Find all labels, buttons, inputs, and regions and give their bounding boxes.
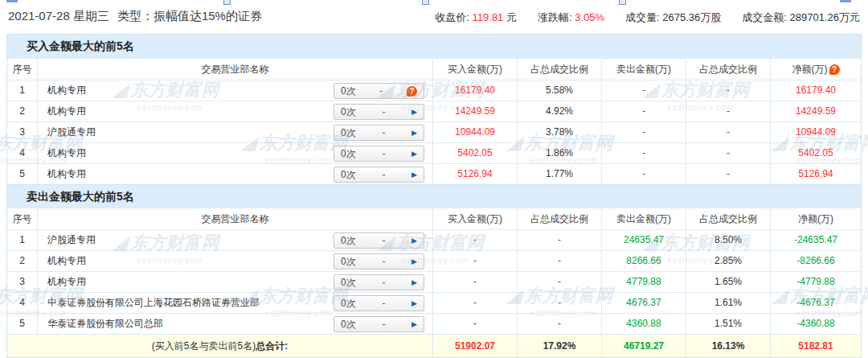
expand-icon[interactable]: ▶: [411, 296, 417, 311]
row-index: 3: [7, 122, 37, 142]
volume-value: 2675.36万股: [662, 11, 721, 23]
sell-pct: -: [686, 80, 770, 101]
col-buy: 买入金额(万): [432, 208, 517, 229]
lhb-table: 买入金额最大的前5名 序号 交易营业部名称 买入金额(万) 占总成交比例 卖出金…: [6, 34, 862, 358]
branch-name[interactable]: 沪股通专用: [47, 234, 96, 245]
branch-name[interactable]: 机构专用: [47, 84, 86, 96]
sell-amount: -: [601, 101, 686, 121]
branch-name[interactable]: 沪股通专用: [47, 126, 96, 138]
buy-amount: -: [432, 272, 517, 292]
expand-icon[interactable]: ▶: [411, 233, 417, 248]
expand-icon[interactable]: ▶: [411, 146, 417, 161]
col-sell: 卖出金额(万): [601, 59, 686, 80]
col-net: 净额(万): [770, 208, 861, 229]
close-price-value: 119.81: [473, 11, 504, 23]
sell-amount: 4779.88: [601, 272, 686, 292]
net-amount: -4676.37: [770, 293, 861, 313]
table-row: 4 中泰证券股份有限公司上海花园石桥路证券营业部 0次-▶ - - 4676.3…: [7, 292, 861, 313]
col-net: 净额(万)?: [770, 59, 861, 80]
col-buy-pct: 占总成交比例: [517, 208, 601, 229]
table-row: 2 机构专用 0次-▶ - - 8266.66 2.85% -8266.66: [7, 250, 861, 271]
change-pct-value: 3.05%: [575, 11, 604, 23]
row-index: 4: [7, 293, 37, 313]
buy-pct: -: [517, 251, 601, 271]
buy-amount: -: [432, 293, 517, 313]
branch-name[interactable]: 机构专用: [47, 147, 86, 158]
times-button[interactable]: 0次-▶: [334, 125, 424, 141]
row-index: 4: [7, 143, 37, 163]
times-button[interactable]: 0次-▶: [334, 167, 424, 183]
times-button[interactable]: 0次-?: [334, 83, 424, 99]
branch-name[interactable]: 华泰证券股份有限公司总部: [47, 318, 163, 329]
net-amount: 16179.40: [770, 80, 861, 101]
times-button[interactable]: 0次-▶: [334, 232, 424, 249]
times-button[interactable]: 0次-▶: [334, 253, 424, 270]
expand-icon[interactable]: ▶: [411, 254, 417, 269]
times-button[interactable]: 0次-▶: [334, 295, 424, 311]
sell-pct: 1.61%: [686, 293, 770, 313]
sell-pct: -: [686, 143, 770, 163]
table-row: 3 沪股通专用 0次-▶ 10944.09 3.78% - - 10944.09: [7, 121, 861, 142]
buy-pct: 1.77%: [517, 164, 601, 184]
buy-amount: -: [432, 230, 517, 250]
times-button[interactable]: 0次-▶: [334, 316, 424, 332]
row-index: 1: [7, 80, 37, 101]
net-amount: -4779.88: [770, 272, 861, 292]
col-name: 交易营业部名称: [37, 208, 432, 229]
turnover-value: 289701.26万元: [790, 11, 860, 23]
sell-section-title: 卖出金额最大的前5名: [7, 184, 861, 208]
buy-amount: -: [432, 251, 517, 271]
date-and-type: 2021-07-28 星期三类型：振幅值达15%的证券: [8, 9, 262, 24]
row-index: 3: [7, 272, 37, 292]
page: 2021-07-28 星期三类型：振幅值达15%的证券 收盘价: 119.81 …: [0, 0, 868, 358]
times-button[interactable]: 0次-▶: [334, 104, 424, 120]
turnover-stat: 成交金额: 289701.26万元: [742, 10, 860, 25]
buy-pct: -: [517, 230, 601, 250]
expand-icon[interactable]: ▶: [411, 275, 417, 290]
col-buy: 买入金额(万): [432, 59, 517, 80]
expand-icon[interactable]: ▶: [411, 317, 417, 331]
type-label: 类型：: [117, 9, 154, 23]
sell-header-row: 序号 交易营业部名称 买入金额(万) 占总成交比例 卖出金额(万) 占总成交比例…: [7, 208, 861, 229]
stats-bar: 收盘价: 119.81 元 涨跌幅: 3.05% 成交量: 2675.36万股 …: [435, 10, 860, 25]
table-row: 5 机构专用 0次-▶ 5126.94 1.77% - - 5126.94: [7, 163, 861, 184]
total-net: 5182.81: [770, 335, 861, 357]
net-amount: -8266.66: [770, 251, 861, 271]
net-amount: -4360.88: [770, 314, 861, 334]
buy-pct: -: [517, 314, 601, 334]
summary-header: 2021-07-28 星期三类型：振幅值达15%的证券 收盘价: 119.81 …: [0, 0, 868, 32]
sell-amount: 8266.66: [601, 251, 686, 271]
branch-name[interactable]: 机构专用: [47, 276, 86, 287]
help-icon[interactable]: ?: [829, 64, 840, 75]
expand-icon[interactable]: ▶: [411, 167, 417, 182]
row-index: 2: [7, 101, 37, 121]
times-button[interactable]: 0次-▶: [334, 146, 424, 162]
type-value: 振幅值达15%的证券: [154, 9, 262, 23]
branch-name[interactable]: 机构专用: [47, 168, 86, 179]
sell-pct: 1.65%: [686, 272, 770, 292]
sell-amount: 4360.88: [601, 314, 686, 334]
total-row: (买入前5名与卖出前5名)总合计: 51902.07 17.92% 46719.…: [7, 334, 861, 357]
buy-amount: 14249.59: [432, 101, 517, 121]
buy-amount: 5126.94: [432, 164, 517, 184]
col-sell-pct: 占总成交比例: [686, 59, 770, 80]
total-sell: 46719.27: [601, 335, 686, 357]
total-sell-pct: 16.13%: [686, 335, 770, 357]
expand-icon[interactable]: ▶: [411, 105, 417, 119]
volume-stat: 成交量: 2675.36万股: [625, 10, 721, 25]
row-index: 5: [7, 164, 37, 184]
branch-name[interactable]: 机构专用: [47, 255, 86, 266]
sell-amount: -: [601, 80, 686, 101]
times-button[interactable]: 0次-▶: [334, 274, 424, 290]
sell-pct: 2.85%: [686, 251, 770, 271]
table-row: 2 机构专用 0次-▶ 14249.59 4.92% - - 14249.59: [7, 101, 861, 121]
net-amount: -24635.47: [770, 230, 861, 250]
buy-section-title: 买入金额最大的前5名: [7, 35, 861, 58]
help-icon[interactable]: ?: [407, 86, 417, 97]
branch-name[interactable]: 机构专用: [47, 105, 86, 117]
expand-icon[interactable]: ▶: [411, 126, 417, 140]
branch-name[interactable]: 中泰证券股份有限公司上海花园石桥路证券营业部: [47, 297, 260, 308]
table-row: 1 沪股通专用 0次-▶ - - 24635.47 8.50% -24635.4…: [7, 229, 861, 250]
buy-pct: -: [517, 293, 601, 313]
change-pct-stat: 涨跌幅: 3.05%: [538, 10, 604, 25]
